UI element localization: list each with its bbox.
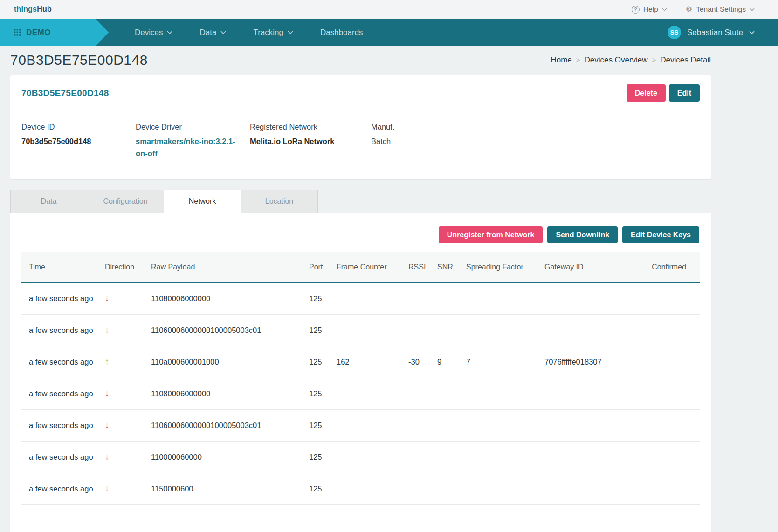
col-header-frame-counter: Frame Counter <box>337 252 408 283</box>
main-navbar: DEMO Devices Data Tracking Dashboards SS… <box>0 19 778 46</box>
user-menu[interactable]: SS Sebastian Stute <box>668 26 755 39</box>
cell-port: 125 <box>309 473 337 504</box>
tenant-switcher[interactable]: DEMO <box>0 19 109 46</box>
breadcrumb: Home>Devices Overview>Devices Detail <box>551 55 711 65</box>
cell-confirmed <box>643 346 700 378</box>
device-id-value: 70b3d5e75e00d148 <box>21 136 126 148</box>
delete-button[interactable]: Delete <box>627 84 666 102</box>
page-title: 70B3D5E75E00D148 <box>10 52 148 68</box>
cell-time: a few seconds ago <box>21 346 105 378</box>
col-header-rssi: RSSI <box>408 252 437 283</box>
breadcrumb-devices-overview[interactable]: Devices Overview <box>585 55 648 64</box>
table-row: a few seconds ago ↓ 1150000600 125 <box>21 473 700 504</box>
device-fields: Device ID 70b3d5e75e00d148 Device Driver… <box>10 111 711 179</box>
cell-snr <box>437 314 466 346</box>
cell-confirmed <box>643 283 700 314</box>
cell-direction: ↓ <box>105 378 151 409</box>
tab-configuration[interactable]: Configuration <box>87 190 164 213</box>
send-downlink-button[interactable]: Send Downlink <box>547 226 618 243</box>
breadcrumb-home[interactable]: Home <box>551 55 571 64</box>
cell-frame-counter <box>337 409 408 441</box>
cell-time: a few seconds ago <box>21 283 105 314</box>
brand-things: things <box>14 5 37 13</box>
device-driver-link[interactable]: smartmakers/nke-ino:3.2.1-on-off <box>136 136 241 159</box>
network-panel: Unregister from Network Send Downlink Ed… <box>10 213 711 532</box>
gear-icon: ⚙ <box>686 6 692 13</box>
cell-time: a few seconds ago <box>21 473 105 504</box>
cell-rssi <box>408 283 437 314</box>
avatar: SS <box>668 26 681 39</box>
cell-port: 125 <box>309 283 337 314</box>
nav-item-tracking[interactable]: Tracking <box>253 28 293 37</box>
nav-item-label: Devices <box>135 28 163 37</box>
cell-port: 125 <box>309 314 337 346</box>
unregister-from-network-button[interactable]: Unregister from Network <box>439 226 543 243</box>
field-device-id: Device ID 70b3d5e75e00d148 <box>21 123 136 159</box>
nav-item-label: Dashboards <box>320 28 363 37</box>
cell-direction: ↓ <box>105 409 151 441</box>
edit-button[interactable]: Edit <box>669 84 700 102</box>
field-label: Manuf. <box>371 123 690 131</box>
cell-direction: ↑ <box>105 346 151 378</box>
cell-port: 125 <box>309 346 337 378</box>
cell-confirmed <box>643 473 700 504</box>
cell-spreading-factor <box>466 441 544 473</box>
chevron-down-icon <box>288 31 293 35</box>
field-device-driver: Device Driver smartmakers/nke-ino:3.2.1-… <box>136 123 250 159</box>
tab-network[interactable]: Network <box>164 190 241 213</box>
tab-location[interactable]: Location <box>241 190 318 213</box>
network-messages-table: Time Direction Raw Payload Port Frame Co… <box>21 252 700 505</box>
registered-network-value: Melita.io LoRa Network <box>250 136 362 148</box>
downlink-arrow-icon: ↓ <box>105 293 110 303</box>
cell-time: a few seconds ago <box>21 378 105 409</box>
edit-device-keys-button[interactable]: Edit Device Keys <box>622 226 699 243</box>
cell-confirmed <box>643 441 700 473</box>
user-name: Sebastian Stute <box>687 28 743 37</box>
help-icon: ? <box>632 6 640 14</box>
breadcrumb-separator: > <box>572 56 585 64</box>
table-row: a few seconds ago ↑ 110a000600001000 125… <box>21 346 700 378</box>
table-header-row: Time Direction Raw Payload Port Frame Co… <box>21 252 700 283</box>
nav-item-data[interactable]: Data <box>200 28 226 37</box>
table-row: a few seconds ago ↓ 11080006000000 125 <box>21 378 700 409</box>
cell-rssi <box>408 314 437 346</box>
cell-time: a few seconds ago <box>21 314 105 346</box>
cell-gateway-id <box>544 473 643 504</box>
cell-direction: ↓ <box>105 473 151 504</box>
nav-item-dashboards[interactable]: Dashboards <box>320 28 363 37</box>
nav-item-label: Data <box>200 28 216 37</box>
cell-frame-counter <box>337 314 408 346</box>
tenant-settings-menu[interactable]: ⚙ Tenant Settings <box>686 5 755 14</box>
cell-time: a few seconds ago <box>21 409 105 441</box>
chevron-down-icon <box>662 8 667 11</box>
cell-raw-payload: 11060006000000100005003c01 <box>151 314 309 346</box>
field-manuf: Manuf. Batch <box>371 123 700 159</box>
cell-frame-counter <box>337 441 408 473</box>
col-header-port: Port <box>309 252 337 283</box>
help-menu[interactable]: ? Help <box>632 5 667 14</box>
tab-data[interactable]: Data <box>10 190 87 213</box>
topbar-right: ? Help ⚙ Tenant Settings <box>632 5 755 14</box>
cell-snr <box>437 378 466 409</box>
downlink-arrow-icon: ↓ <box>105 484 110 493</box>
tenant-label: DEMO <box>26 28 51 37</box>
cell-direction: ↓ <box>105 314 151 346</box>
cell-raw-payload: 11060006000000100005003c01 <box>151 409 309 441</box>
device-card-actions: Delete Edit <box>627 84 700 102</box>
cell-snr <box>437 473 466 504</box>
brand-hub: Hub <box>37 5 52 13</box>
cell-raw-payload: 110a000600001000 <box>151 346 309 378</box>
cell-time: a few seconds ago <box>21 441 105 473</box>
page-head: 70B3D5E75E00D148 Home>Devices Overview>D… <box>10 52 711 68</box>
cell-frame-counter <box>337 473 408 504</box>
table-row: a few seconds ago ↓ 110000060000 125 <box>21 441 700 473</box>
nav-item-label: Tracking <box>253 28 283 37</box>
nav-items: Devices Data Tracking Dashboards <box>135 28 363 37</box>
cell-raw-payload: 11080006000000 <box>151 378 309 409</box>
table-row: a few seconds ago ↓ 11060006000000100005… <box>21 314 700 346</box>
uplink-arrow-icon: ↑ <box>105 357 110 366</box>
nav-item-devices[interactable]: Devices <box>135 28 172 37</box>
cell-rssi <box>408 378 437 409</box>
cell-direction: ↓ <box>105 441 151 473</box>
table-row: a few seconds ago ↓ 11080006000000 125 <box>21 283 700 314</box>
